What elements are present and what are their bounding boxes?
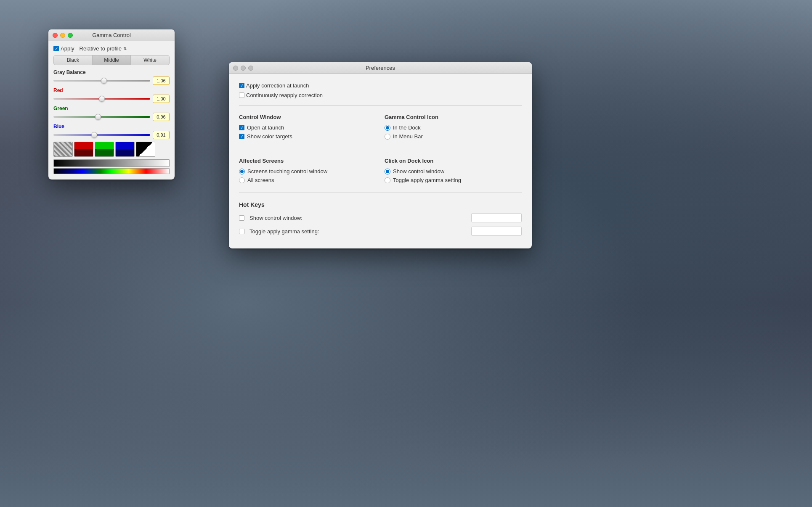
- dropdown-arrow-icon: ⇅: [123, 46, 127, 51]
- prefs-content: Apply correction at launch Continuously …: [229, 74, 532, 248]
- prefs-two-col-bottom: Affected Screens Screens touching contro…: [239, 158, 522, 193]
- screens-touching-label[interactable]: Screens touching control window: [239, 168, 376, 174]
- prefs-traffic-lights: [233, 66, 253, 71]
- prefs-close-button[interactable]: [233, 66, 238, 71]
- swatch-green: [95, 142, 114, 157]
- toggle-apply-dock-radio[interactable]: [385, 177, 390, 183]
- all-screens-radio[interactable]: [239, 177, 245, 183]
- blue-thumb[interactable]: [91, 132, 97, 138]
- blue-label: Blue: [53, 124, 170, 129]
- relative-to-profile-dropdown[interactable]: Relative to profile ⇅: [80, 45, 127, 52]
- show-color-targets-checkbox[interactable]: [239, 134, 244, 139]
- toggle-apply-hotkey-label: Toggle apply gamma setting:: [249, 228, 466, 235]
- in-dock-radio[interactable]: [385, 125, 390, 131]
- gamma-maximize-button[interactable]: [68, 33, 73, 38]
- green-value[interactable]: 0,96: [153, 113, 170, 121]
- swatches-row: [53, 142, 170, 157]
- red-track[interactable]: [53, 98, 150, 100]
- show-control-window-dock-radio[interactable]: [385, 169, 390, 174]
- in-menu-bar-radio[interactable]: [385, 134, 390, 140]
- gray-balance-value[interactable]: 1,06: [153, 77, 170, 85]
- click-on-dock-title: Click on Dock Icon: [385, 158, 522, 164]
- gradient-bar-bw: [53, 159, 170, 167]
- gray-balance-row: 1,06: [53, 77, 170, 85]
- preferences-window: Preferences Apply correction at launch C…: [229, 62, 532, 248]
- toggle-apply-hotkey-checkbox[interactable]: [239, 229, 244, 234]
- continuously-reapply-text: Continuously reapply correction: [246, 92, 323, 98]
- prefs-minimize-button[interactable]: [241, 66, 246, 71]
- in-dock-label[interactable]: In the Dock: [385, 124, 522, 131]
- swatch-blue: [115, 142, 135, 157]
- tab-middle[interactable]: Middle: [93, 55, 131, 65]
- gray-balance-track[interactable]: [53, 80, 150, 82]
- prefs-titlebar: Preferences: [229, 62, 532, 74]
- show-color-targets-text: Show color targets: [247, 133, 292, 140]
- gamma-titlebar: Gamma Control: [48, 29, 175, 41]
- tab-white[interactable]: White: [131, 55, 169, 65]
- gray-balance-section: Gray Balance 1,06: [53, 69, 170, 85]
- affected-screens-section: Affected Screens Screens touching contro…: [239, 158, 376, 186]
- control-window-section: Control Window Open at launch Show color…: [239, 114, 376, 142]
- gamma-icon-title: Gamma Control Icon: [385, 114, 522, 120]
- red-row: 1,00: [53, 95, 170, 103]
- show-control-window-dock-label[interactable]: Show control window: [385, 168, 522, 174]
- continuously-reapply-label[interactable]: Continuously reapply correction: [239, 92, 522, 98]
- toggle-apply-hotkey-input[interactable]: [471, 227, 522, 236]
- blue-section: Blue 0,91: [53, 124, 170, 139]
- apply-checkbox[interactable]: [53, 46, 59, 51]
- swatch-gray: [53, 142, 73, 157]
- swatch-bw: [136, 142, 155, 157]
- show-control-window-hotkey-label: Show control window:: [249, 215, 466, 221]
- open-at-launch-text: Open at launch: [247, 124, 284, 131]
- red-value[interactable]: 1,00: [153, 95, 170, 103]
- gradient-bar-rgb: [53, 168, 170, 174]
- toggle-apply-dock-label[interactable]: Toggle apply gamma setting: [385, 177, 522, 183]
- show-control-window-hotkey-row: Show control window:: [239, 213, 522, 222]
- blue-track[interactable]: [53, 134, 150, 136]
- show-control-window-hotkey-input[interactable]: [471, 213, 522, 222]
- toggle-apply-hotkey-row: Toggle apply gamma setting:: [239, 227, 522, 236]
- open-at-launch-label[interactable]: Open at launch: [239, 124, 376, 131]
- control-window-title: Control Window: [239, 114, 376, 120]
- apply-checkbox-label[interactable]: Apply: [53, 45, 74, 52]
- prefs-window-title: Preferences: [366, 65, 395, 71]
- apply-correction-label[interactable]: Apply correction at launch: [239, 82, 522, 89]
- green-thumb[interactable]: [95, 114, 101, 120]
- screens-touching-radio[interactable]: [239, 169, 245, 174]
- gamma-content: Apply Relative to profile ⇅ Black Middle…: [48, 41, 175, 180]
- blue-row: 0,91: [53, 131, 170, 139]
- gamma-control-window: Gamma Control Apply Relative to profile …: [48, 29, 175, 180]
- gray-balance-label: Gray Balance: [53, 69, 170, 75]
- prefs-two-col-top: Control Window Open at launch Show color…: [239, 114, 522, 149]
- in-menu-bar-label[interactable]: In Menu Bar: [385, 133, 522, 140]
- hot-keys-title: Hot Keys: [239, 201, 522, 208]
- prefs-maximize-button[interactable]: [248, 66, 253, 71]
- red-section: Red 1,00: [53, 87, 170, 103]
- gamma-toolbar: Apply Relative to profile ⇅: [53, 45, 170, 52]
- show-color-targets-label[interactable]: Show color targets: [239, 133, 376, 140]
- gray-balance-thumb[interactable]: [101, 78, 107, 84]
- apply-correction-text: Apply correction at launch: [246, 82, 309, 89]
- screens-touching-text: Screens touching control window: [247, 168, 327, 174]
- show-control-window-hotkey-checkbox[interactable]: [239, 215, 244, 221]
- open-at-launch-checkbox[interactable]: [239, 125, 244, 130]
- all-screens-label[interactable]: All screens: [239, 177, 376, 183]
- in-dock-text: In the Dock: [393, 124, 421, 131]
- continuously-reapply-checkbox[interactable]: [239, 92, 244, 98]
- gamma-close-button[interactable]: [53, 33, 58, 38]
- gamma-tab-bar: Black Middle White: [53, 55, 170, 65]
- blue-value[interactable]: 0,91: [153, 131, 170, 139]
- gamma-window-title: Gamma Control: [92, 32, 131, 38]
- tab-black[interactable]: Black: [54, 55, 93, 65]
- gamma-traffic-lights: [53, 33, 73, 38]
- apply-label: Apply: [61, 45, 74, 52]
- green-track[interactable]: [53, 116, 150, 118]
- gamma-minimize-button[interactable]: [60, 33, 65, 38]
- red-thumb[interactable]: [99, 96, 105, 102]
- launch-section: Apply correction at launch Continuously …: [239, 82, 522, 106]
- in-menu-bar-text: In Menu Bar: [393, 133, 423, 140]
- green-label: Green: [53, 106, 170, 111]
- apply-correction-checkbox[interactable]: [239, 83, 244, 88]
- hot-keys-section: Hot Keys Show control window: Toggle app…: [239, 201, 522, 236]
- click-on-dock-section: Click on Dock Icon Show control window T…: [385, 158, 522, 186]
